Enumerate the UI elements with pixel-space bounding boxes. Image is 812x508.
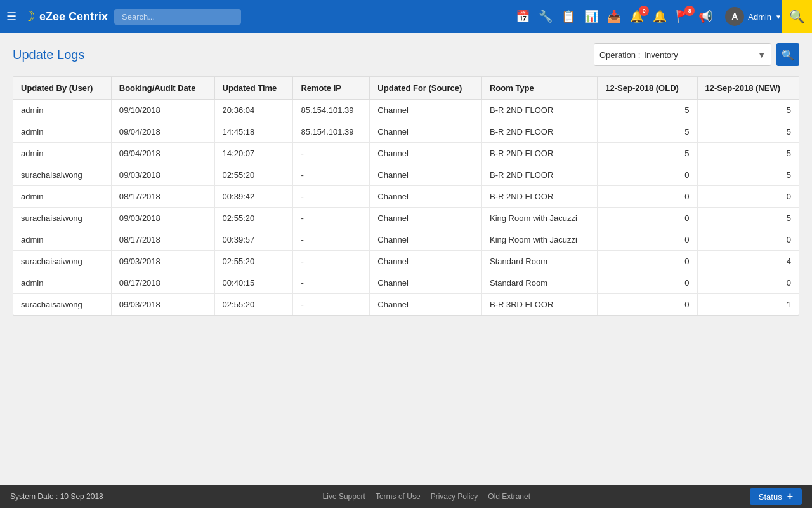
cell-date: 09/03/2018	[111, 208, 214, 229]
header-left: ☰ ☽ eZee Centrix	[6, 8, 516, 25]
cell-new: 0	[697, 229, 799, 251]
cell-old: 5	[598, 143, 697, 164]
table-row: admin 08/17/2018 00:39:57 - Channel King…	[13, 229, 799, 251]
cell-old: 0	[598, 208, 697, 229]
cell-time: 02:55:20	[214, 208, 293, 229]
inbox-icon-btn[interactable]: 📥	[607, 10, 621, 23]
header-search-button[interactable]: 🔍	[782, 0, 812, 33]
footer: System Date : 10 Sep 2018 Live Support T…	[0, 485, 812, 508]
cell-room-type: King Room with Jacuzzi	[481, 208, 597, 229]
cell-source: Channel	[370, 272, 482, 294]
operation-value: Inventory	[644, 50, 755, 60]
cell-new: 0	[697, 186, 799, 208]
cell-user: admin	[13, 143, 111, 164]
cell-date: 09/03/2018	[111, 251, 214, 272]
admin-name: Admin	[748, 12, 771, 22]
cell-user: admin	[13, 272, 111, 294]
cell-source: Channel	[370, 100, 482, 121]
cell-room-type: B-R 2ND FLOOR	[481, 164, 597, 186]
cell-ip: -	[293, 272, 370, 294]
search-icon: 🔍	[782, 49, 794, 61]
cell-room-type: Standard Room	[481, 272, 597, 294]
cell-ip: -	[293, 229, 370, 251]
cell-time: 00:39:57	[214, 229, 293, 251]
cell-new: 5	[697, 100, 799, 121]
system-date: System Date : 10 Sep 2018	[10, 492, 103, 501]
cell-time: 20:36:04	[214, 100, 293, 121]
flag-icon-btn[interactable]: 🚩 8	[676, 10, 690, 23]
chart-icon-btn[interactable]: 📊	[584, 10, 598, 23]
page-title: Update Logs	[13, 48, 84, 62]
cell-new: 0	[697, 272, 799, 294]
cell-source: Channel	[370, 208, 482, 229]
tools-icon-btn[interactable]: 🔧	[539, 10, 553, 23]
col-updated-time: Updated Time	[214, 77, 293, 100]
cell-room-type: Standard Room	[481, 251, 597, 272]
cell-old: 5	[598, 100, 697, 121]
cell-room-type: B-R 2ND FLOOR	[481, 186, 597, 208]
cell-source: Channel	[370, 294, 482, 316]
operation-select[interactable]: Operation : Inventory ▼	[594, 43, 771, 66]
col-old: 12-Sep-2018 (OLD)	[598, 77, 697, 100]
cell-new: 1	[697, 294, 799, 316]
cell-date: 09/04/2018	[111, 143, 214, 164]
cell-user: admin	[13, 100, 111, 121]
operation-dropdown-arrow: ▼	[757, 50, 766, 60]
logo-area: ☽ eZee Centrix	[23, 8, 108, 25]
cell-old: 0	[598, 164, 697, 186]
logo-text: eZee Centrix	[39, 10, 108, 23]
calendar-icon-btn[interactable]: 📅	[516, 10, 530, 23]
cell-old: 0	[598, 272, 697, 294]
cell-user: surachaisaiwong	[13, 164, 111, 186]
cell-room-type: B-R 2ND FLOOR	[481, 143, 597, 164]
cell-ip: -	[293, 186, 370, 208]
cell-ip: 85.154.101.39	[293, 100, 370, 121]
live-support-link[interactable]: Live Support	[323, 492, 365, 501]
old-extranet-link[interactable]: Old Extranet	[488, 492, 530, 501]
hamburger-icon[interactable]: ☰	[6, 10, 16, 23]
cell-source: Channel	[370, 229, 482, 251]
cell-old: 0	[598, 251, 697, 272]
table-row: surachaisaiwong 09/03/2018 02:55:20 - Ch…	[13, 294, 799, 316]
notification-icon-btn[interactable]: 🔔	[653, 10, 667, 23]
cell-date: 08/17/2018	[111, 186, 214, 208]
cell-source: Channel	[370, 251, 482, 272]
cell-source: Channel	[370, 186, 482, 208]
cell-ip: -	[293, 294, 370, 316]
cell-date: 09/04/2018	[111, 121, 214, 143]
cell-new: 5	[697, 208, 799, 229]
filter-search-button[interactable]: 🔍	[776, 43, 799, 66]
cell-ip: -	[293, 143, 370, 164]
admin-menu[interactable]: A Admin ▼	[725, 7, 782, 26]
table-row: admin 09/04/2018 14:45:18 85.154.101.39 …	[13, 121, 799, 143]
update-logs-table: Updated By (User) Booking/Audit Date Upd…	[13, 76, 799, 316]
cell-ip: -	[293, 208, 370, 229]
status-button[interactable]: Status +	[750, 488, 802, 505]
cell-date: 09/03/2018	[111, 164, 214, 186]
cell-old: 0	[598, 186, 697, 208]
cell-ip: -	[293, 251, 370, 272]
terms-of-use-link[interactable]: Terms of Use	[376, 492, 421, 501]
cell-time: 14:20:07	[214, 143, 293, 164]
privacy-policy-link[interactable]: Privacy Policy	[431, 492, 478, 501]
admin-dropdown-arrow: ▼	[775, 13, 782, 20]
page-header: Update Logs Operation : Inventory ▼ 🔍	[13, 43, 799, 66]
cell-date: 08/17/2018	[111, 229, 214, 251]
cell-user: surachaisaiwong	[13, 208, 111, 229]
page-content: Update Logs Operation : Inventory ▼ 🔍 Up…	[0, 33, 812, 485]
cell-user: admin	[13, 229, 111, 251]
col-booking-date: Booking/Audit Date	[111, 77, 214, 100]
megaphone-icon-btn[interactable]: 📢	[698, 10, 712, 23]
cell-new: 4	[697, 251, 799, 272]
search-input[interactable]	[114, 9, 241, 25]
cell-user: admin	[13, 121, 111, 143]
table-row: admin 09/10/2018 20:36:04 85.154.101.39 …	[13, 100, 799, 121]
cell-source: Channel	[370, 121, 482, 143]
cell-time: 00:39:42	[214, 186, 293, 208]
cell-time: 02:55:20	[214, 251, 293, 272]
logo-moon-icon: ☽	[23, 8, 36, 25]
table-row: surachaisaiwong 09/03/2018 02:55:20 - Ch…	[13, 251, 799, 272]
alert-icon-btn[interactable]: 🔔 0	[630, 10, 644, 23]
reports-icon-btn[interactable]: 📋	[561, 10, 575, 23]
cell-user: surachaisaiwong	[13, 251, 111, 272]
